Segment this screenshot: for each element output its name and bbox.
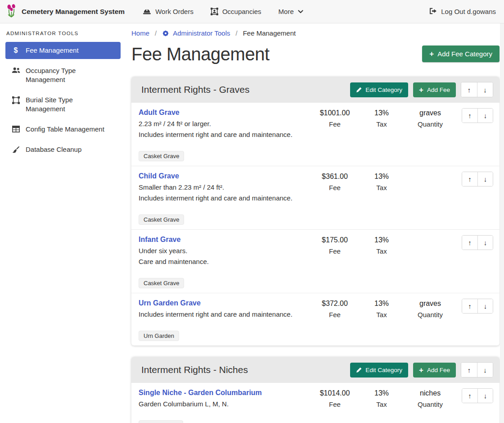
logout-button[interactable]: Log Out d.gowans	[429, 8, 496, 16]
fee-reorder-buttons: ↑↓	[462, 108, 493, 123]
logout-icon	[429, 8, 437, 16]
table-icon	[11, 125, 21, 132]
fee-type-badge: Urn Garden	[139, 331, 179, 341]
fee-name-link[interactable]: Adult Grave	[139, 108, 180, 117]
edit-category-button[interactable]: Edit Category	[350, 363, 408, 378]
move-fee-up-button[interactable]: ↑	[462, 109, 477, 123]
arrow-up-icon: ↑	[468, 366, 471, 374]
move-fee-down-button[interactable]: ↓	[477, 299, 493, 313]
move-category-up-button[interactable]: ↑	[461, 363, 477, 377]
fee-reorder-buttons: ↑↓	[462, 172, 493, 186]
breadcrumb-separator: /	[235, 29, 237, 37]
fee-name-link[interactable]: Single Niche - Garden Columbarium	[139, 388, 262, 397]
fee-quantity-label: Quantity	[405, 310, 455, 319]
fee-description: Smaller than 2.23 m² / 24 ft².	[139, 183, 311, 191]
fee-amount-label: Fee	[311, 310, 358, 319]
edit-category-button[interactable]: Edit Category	[350, 82, 408, 97]
category-reorder-buttons: ↑↓	[461, 82, 493, 97]
arrow-up-icon: ↑	[468, 392, 472, 400]
arrow-up-icon: ↑	[468, 239, 472, 246]
navbar-links: Work OrdersOccupanciesMore	[143, 8, 303, 15]
sidebar-item-occupancy-type-management[interactable]: Occupancy Type Management	[5, 62, 121, 88]
sidebar: ADMINISTRATOR TOOLS $Fee ManagementOccup…	[0, 23, 126, 423]
sidebar-item-burial-site-type-management[interactable]: Burial Site Type Management	[5, 91, 121, 118]
fee-amount-value: $361.00	[311, 172, 358, 181]
fee-info: Child GraveSmaller than 2.23 m² / 24 ft²…	[139, 172, 311, 225]
move-fee-down-button[interactable]: ↓	[477, 236, 493, 250]
sidebar-item-database-cleanup[interactable]: Database Cleanup	[5, 141, 121, 158]
fee-name-link[interactable]: Child Grave	[139, 172, 179, 181]
add-fee-category-button[interactable]: + Add Fee Category	[422, 45, 500, 62]
nav-item-work-orders[interactable]: Work Orders	[143, 8, 194, 15]
sidebar-item-label: Config Table Management	[26, 125, 104, 134]
move-category-up-button[interactable]: ↑	[461, 82, 477, 97]
category-panel-interment-rights-niches: Interment Rights - NichesEdit Category+A…	[131, 357, 500, 423]
arrow-up-icon: ↑	[468, 302, 472, 310]
arrow-up-icon: ↑	[468, 86, 471, 94]
pencil-icon	[356, 87, 362, 93]
nav-item-occupancies[interactable]: Occupancies	[211, 8, 261, 15]
fee-row-urn-garden-grave: Urn Garden GraveIncludes interment right…	[131, 293, 500, 346]
move-category-down-button[interactable]: ↓	[477, 363, 493, 377]
pencil-icon	[356, 367, 362, 373]
move-fee-up-button[interactable]: ↑	[462, 389, 477, 403]
breadcrumb-home-link[interactable]: Home	[131, 29, 149, 37]
add-fee-label: Add Fee	[427, 367, 450, 373]
arrow-down-icon: ↓	[484, 239, 487, 246]
app-brand[interactable]: Cemetery Management System	[5, 4, 125, 20]
fee-info: Single Niche - Garden ColumbariumGarden …	[139, 388, 311, 423]
category-header: Interment Rights - NichesEdit Category+A…	[131, 357, 500, 383]
move-fee-up-button[interactable]: ↑	[462, 299, 477, 313]
move-fee-down-button[interactable]: ↓	[477, 172, 493, 186]
fee-row-child-grave: Child GraveSmaller than 2.23 m² / 24 ft²…	[131, 166, 500, 229]
fee-description: Under six years.	[139, 246, 311, 255]
fee-amount-column: $175.00Fee	[311, 235, 358, 255]
breadcrumb-separator: /	[155, 29, 157, 37]
fee-quantity-column: gravesQuantity	[405, 299, 455, 319]
move-fee-up-button[interactable]: ↑	[462, 172, 477, 186]
fee-tax-value: 13%	[358, 299, 405, 308]
breadcrumb-admin-tools-link[interactable]: Administrator Tools	[162, 29, 230, 37]
move-fee-down-button[interactable]: ↓	[477, 109, 493, 123]
sidebar-item-config-table-management[interactable]: Config Table Management	[5, 121, 121, 138]
nav-item-label: Occupancies	[222, 8, 261, 15]
fee-amount-label: Fee	[311, 183, 358, 192]
breadcrumb-current: Fee Management	[243, 29, 296, 37]
fee-tax-column: 13%Tax	[358, 172, 405, 192]
fee-amount-column: $372.00Fee	[311, 299, 358, 319]
app-title: Cemetery Management System	[22, 8, 125, 16]
fee-description: Garden Columbarium L, M, N.	[139, 400, 311, 408]
fee-reorder-buttons: ↑↓	[462, 235, 493, 250]
fee-amount-value: $372.00	[311, 299, 358, 308]
main-content: Home / Administrator Tools / Fee Managem…	[126, 23, 504, 423]
scrollbar-track[interactable]	[500, 23, 504, 423]
fee-name-link[interactable]: Urn Garden Grave	[139, 299, 201, 308]
fee-quantity-value: graves	[405, 299, 455, 308]
arrow-down-icon: ↓	[483, 86, 487, 94]
add-fee-button[interactable]: +Add Fee	[413, 82, 456, 97]
plus-icon: +	[419, 87, 423, 93]
sidebar-heading: ADMINISTRATOR TOOLS	[6, 31, 126, 36]
fee-description: 2.23 m² / 24 ft² or larger.	[139, 119, 311, 128]
sidebar-item-fee-management[interactable]: $Fee Management	[5, 42, 121, 59]
fee-quantity-value: graves	[405, 109, 455, 118]
sidebar-item-label: Fee Management	[26, 46, 79, 55]
fee-amount-value: $1001.00	[311, 109, 358, 118]
move-fee-down-button[interactable]: ↓	[477, 389, 493, 403]
move-category-down-button[interactable]: ↓	[477, 82, 493, 97]
fee-quantity-label: Quantity	[405, 400, 455, 409]
sidebar-item-label: Database Cleanup	[26, 145, 81, 154]
vector-square-icon	[11, 96, 21, 104]
fee-quantity-column: gravesQuantity	[405, 108, 455, 128]
move-fee-up-button[interactable]: ↑	[462, 236, 477, 250]
fee-name-link[interactable]: Infant Grave	[139, 235, 180, 244]
fee-tax-value: 13%	[358, 172, 405, 181]
add-fee-button[interactable]: +Add Fee	[413, 363, 456, 378]
fee-tax-value: 13%	[358, 236, 405, 245]
arrow-down-icon: ↓	[484, 175, 487, 183]
nav-item-more[interactable]: More	[279, 8, 303, 15]
fee-tax-label: Tax	[358, 183, 405, 192]
fee-type-badge: Casket Grave	[139, 214, 184, 225]
fee-quantity-value: niches	[405, 389, 455, 398]
breadcrumb: Home / Administrator Tools / Fee Managem…	[131, 29, 500, 37]
